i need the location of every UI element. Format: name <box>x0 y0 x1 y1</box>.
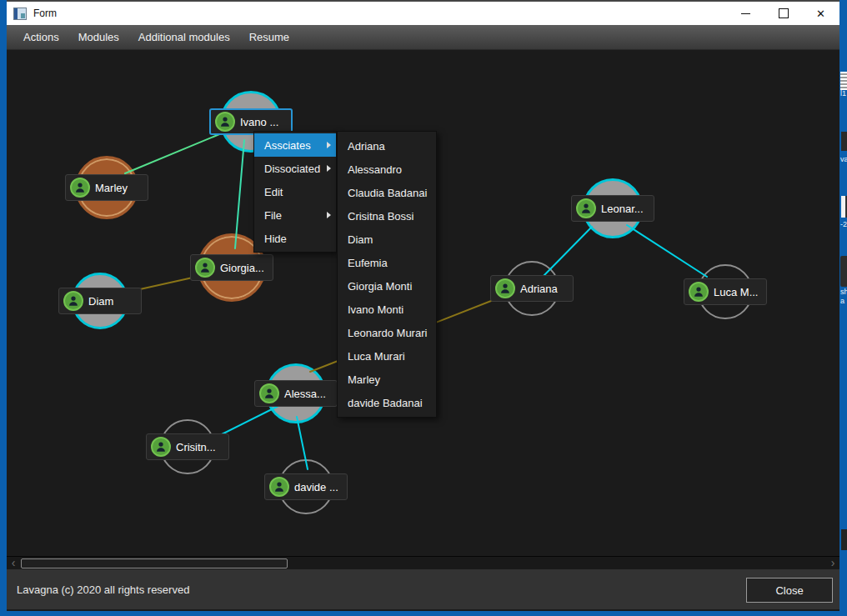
edge-leonardo-luca <box>627 225 707 277</box>
minimize-button[interactable] <box>727 2 764 25</box>
node-label-text: Alessa... <box>284 388 326 400</box>
submenu-item-diam[interactable]: Diam <box>338 228 436 251</box>
status-footer: Lavagna (c) 2020 all rights reserved Clo… <box>7 569 839 609</box>
menubar-item-resume[interactable]: Resume <box>249 31 289 43</box>
node-label-text: Giorgia... <box>220 262 264 274</box>
context-menu-item-assciates[interactable]: Assciates <box>254 133 336 157</box>
node-label-text: Adriana <box>520 283 558 295</box>
desktop-icon-fragment <box>841 132 847 151</box>
maximize-button[interactable] <box>764 2 802 25</box>
node-label-adriana[interactable]: Adriana <box>490 275 574 302</box>
person-avatar-icon <box>576 198 596 218</box>
minimize-icon <box>741 13 750 14</box>
maximize-icon <box>779 8 789 18</box>
person-avatar-icon <box>70 178 90 198</box>
context-menu-item-hide[interactable]: Hide <box>254 227 336 250</box>
close-button[interactable]: Close <box>746 578 833 603</box>
submenu-item-ivano-monti[interactable]: Ivano Monti <box>338 298 436 321</box>
person-avatar-icon <box>269 477 289 497</box>
form-app-icon <box>13 8 27 20</box>
submenu-item-adriana[interactable]: Adriana <box>338 134 436 158</box>
edge-alessandro-davide <box>297 417 308 469</box>
node-label-diam[interactable]: Diam <box>58 288 142 314</box>
node-label-text: Crisitn... <box>176 441 216 453</box>
context-menu: AssciatesDissociatedEditFileHide <box>253 131 337 253</box>
node-label-text: davide ... <box>294 481 338 493</box>
submenu-item-giorgia-monti[interactable]: Giorgia Monti <box>338 274 436 298</box>
submenu-item-leonardo-murari[interactable]: Leonardo Murari <box>338 321 436 344</box>
person-avatar-icon <box>689 282 709 302</box>
submenu-item-marley[interactable]: Marley <box>338 368 436 391</box>
desktop-icon-label: -2 <box>840 220 847 229</box>
context-menu-item-edit[interactable]: Edit <box>254 180 336 203</box>
node-label-text: Leonar... <box>601 203 644 215</box>
menu-bar: Actions Modules Additional modules Resum… <box>7 25 839 50</box>
submenu-arrow-icon <box>327 142 331 148</box>
desktop-icon-label: a <box>840 297 844 306</box>
submenu-item-crisitna-bossi[interactable]: Crisitna Bossi <box>338 204 436 228</box>
close-icon: ✕ <box>816 8 825 19</box>
screen: l1 va -2 sh a Form ✕ Actions Modules Add… <box>0 0 847 616</box>
submenu-item-eufemia[interactable]: Eufemia <box>338 251 436 274</box>
edge-leonardo-adriana <box>544 227 592 276</box>
scrollbar-thumb[interactable] <box>21 558 288 568</box>
submenu-item-claudia-badanai[interactable]: Claudia Badanai <box>338 181 436 204</box>
close-window-button[interactable]: ✕ <box>802 2 839 25</box>
submenu-item-luca-murari[interactable]: Luca Murari <box>338 344 436 368</box>
person-avatar-icon <box>259 383 279 403</box>
menubar-item-modules[interactable]: Modules <box>78 31 119 43</box>
app-window: Form ✕ Actions Modules Additional module… <box>7 0 839 611</box>
submenu-arrow-icon <box>327 165 331 172</box>
submenu-item-alessandro[interactable]: Alessandro <box>338 158 436 181</box>
menubar-item-additional-modules[interactable]: Additional modules <box>138 31 230 43</box>
edge-alessandro-cristina <box>217 406 278 437</box>
node-label-davide[interactable]: davide ... <box>264 473 348 500</box>
associates-submenu: AdrianaAlessandroClaudia BadanaiCrisitna… <box>337 131 437 418</box>
edge-ivano-giorgia <box>235 140 244 248</box>
node-label-text: Marley <box>95 182 128 194</box>
menu-item-label: Hide <box>264 233 287 245</box>
node-label-cristina[interactable]: Crisitn... <box>146 433 229 460</box>
node-label-alessandro[interactable]: Alessa... <box>254 380 338 407</box>
copyright-text: Lavagna (c) 2020 all rights reserved <box>17 569 189 609</box>
person-avatar-icon <box>195 258 215 278</box>
context-menu-item-dissociated[interactable]: Dissociated <box>254 157 336 180</box>
menu-item-label: File <box>264 209 282 222</box>
desktop-icon-fragment <box>840 72 847 90</box>
graph-canvas[interactable]: AssciatesDissociatedEditFileHide Adriana… <box>7 50 839 556</box>
menubar-item-actions[interactable]: Actions <box>23 31 59 43</box>
node-label-marley[interactable]: Marley <box>65 174 148 201</box>
desktop-icon-fragment <box>841 196 847 218</box>
person-avatar-icon <box>495 278 515 298</box>
window-controls: ✕ <box>727 2 839 25</box>
menu-item-label: Assciates <box>264 139 311 152</box>
menu-item-label: Edit <box>264 186 283 198</box>
desktop-icon-label: va <box>840 155 847 164</box>
menu-item-label: Dissociated <box>264 163 320 175</box>
node-label-text: Diam <box>88 295 113 308</box>
window-title: Form <box>33 8 57 19</box>
person-avatar-icon <box>215 112 235 132</box>
node-label-giorgia[interactable]: Giorgia... <box>190 254 273 281</box>
title-bar: Form ✕ <box>7 2 839 25</box>
scroll-right-icon[interactable]: › <box>826 557 839 569</box>
horizontal-scrollbar[interactable]: ‹ › <box>7 556 839 569</box>
desktop-icon-fragment <box>841 529 847 550</box>
submenu-item-davide-badanai[interactable]: davide Badanai <box>338 391 436 414</box>
node-label-leonardo[interactable]: Leonar... <box>571 195 654 222</box>
desktop-icon-label: sh <box>840 288 847 297</box>
person-avatar-icon <box>151 437 171 457</box>
desktop-icon-label: l1 <box>840 89 846 98</box>
node-label-luca[interactable]: Luca M... <box>684 278 767 305</box>
context-menu-item-file[interactable]: File <box>254 203 336 227</box>
desktop-icon-fragment <box>840 256 847 287</box>
person-avatar-icon <box>63 291 83 311</box>
scroll-left-icon[interactable]: ‹ <box>7 557 20 569</box>
node-label-text: Ivano ... <box>240 116 278 128</box>
submenu-arrow-icon <box>327 212 331 218</box>
node-label-text: Luca M... <box>714 286 758 298</box>
edge-marley-ivano <box>125 133 223 173</box>
